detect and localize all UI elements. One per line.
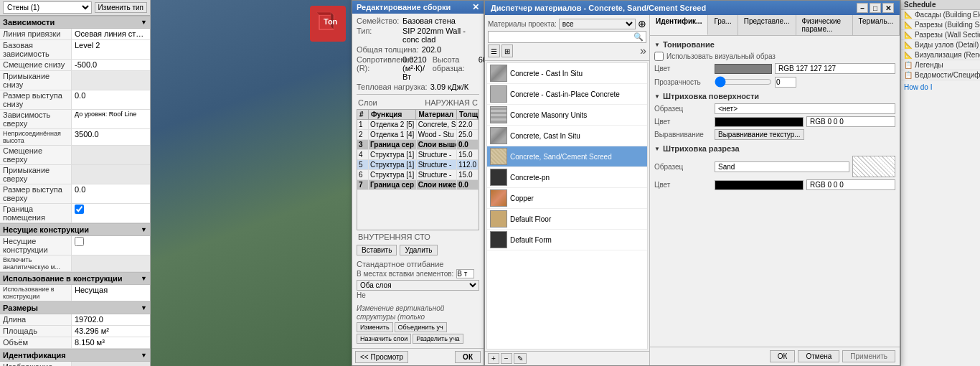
- minimize-button[interactable]: –: [857, 3, 868, 13]
- change-type-button[interactable]: Изменить тип: [95, 2, 147, 13]
- search-input[interactable]: [489, 32, 631, 42]
- expand-icon[interactable]: »: [640, 44, 646, 57]
- maximize-button[interactable]: □: [870, 3, 881, 13]
- prop-row: Площадь43.296 м²: [0, 326, 150, 337]
- structural-checkbox[interactable]: [75, 237, 84, 246]
- mat-item-concrete-pn[interactable]: Concrete-pn: [487, 167, 647, 188]
- edit-assembly-dialog: Редактирование сборки ✕ Семейство: Базов…: [352, 0, 484, 366]
- align-texture-btn[interactable]: Выравнивание текстур...: [715, 129, 804, 140]
- mat-item-sand-cement[interactable]: Concrete, Sand/Cement Screed: [487, 146, 647, 167]
- cut-hatch-section: ▼ Штриховка разреза Образец Sand Цвет RG…: [654, 144, 895, 190]
- merge-button[interactable]: Объединить уч: [395, 322, 447, 332]
- thermal-row: Тепловая нагрузка: 3.09 кДж/К: [357, 83, 479, 91]
- add-material-btn[interactable]: +: [488, 353, 499, 364]
- rs-item-legend[interactable]: 📋 Легенды: [901, 60, 980, 70]
- rename-material-btn[interactable]: ✎: [514, 353, 527, 364]
- mat-cancel-button[interactable]: Отмена: [798, 350, 839, 362]
- viewport-background: [151, 0, 352, 366]
- mat-item-default-floor[interactable]: Default Floor: [487, 209, 647, 230]
- search-box[interactable]: 🔍: [488, 31, 646, 43]
- view-cube[interactable]: Ton: [310, 6, 346, 42]
- mat-thumb: [490, 106, 507, 123]
- toning-section: ▼ Тонирование Использовать визуальный об…: [654, 40, 895, 88]
- ok-button[interactable]: ОК: [455, 351, 481, 363]
- boundary-checkbox[interactable]: [75, 205, 84, 214]
- tab-identity[interactable]: Идентифик...: [650, 15, 708, 35]
- filter-select[interactable]: все: [559, 19, 636, 29]
- material-list: Concrete - Cast In Situ Concrete - Cast-…: [486, 62, 648, 349]
- detail-icon: 📐: [904, 41, 913, 49]
- use-visual-row: Использовать визуальный образ: [654, 52, 895, 61]
- layer-labels: Слои НАРУЖНАЯ С: [357, 98, 479, 108]
- surface-color-swatch[interactable]: [715, 117, 804, 127]
- section-id[interactable]: Идентификация▼: [0, 349, 150, 362]
- preview-button[interactable]: << Просмотр: [355, 351, 408, 363]
- insertion-input[interactable]: [456, 269, 474, 278]
- list-view-btn[interactable]: ☰: [488, 44, 500, 57]
- layer-row-1[interactable]: 1Отделка 2 [5]Concrete, S22.0: [357, 120, 479, 130]
- svg-text:Ton: Ton: [324, 17, 338, 26]
- rs-item-section-building[interactable]: 📐 Разрезы (Building Section): [901, 20, 980, 30]
- mat-item-copper[interactable]: Copper: [487, 188, 647, 209]
- delete-material-btn[interactable]: −: [501, 353, 512, 364]
- material-list-panel: Материалы проекта: все ⊕ 🔍 ☰ ⊞ »: [485, 15, 650, 365]
- layer-row-4[interactable]: 4Структура [1]Structure -15.0: [357, 150, 479, 160]
- 3d-viewport[interactable]: Ton: [151, 0, 352, 366]
- edit-dialog-close[interactable]: ✕: [472, 3, 479, 11]
- tab-appearance[interactable]: Представле...: [738, 15, 796, 35]
- tab-thermal[interactable]: Термаль...: [853, 15, 900, 35]
- mat-ok-button[interactable]: ОК: [770, 350, 796, 362]
- toning-header: ▼ Тонирование: [654, 40, 895, 49]
- prop-row: Размер выступа сверху0.0: [0, 184, 150, 204]
- material-tabs: Идентифик... Гра... Представле... Физиче…: [650, 15, 900, 36]
- close-button[interactable]: ✕: [882, 3, 894, 13]
- layer-row-2[interactable]: 2Отделка 1 [4]Wood - Stu25.0: [357, 130, 479, 140]
- panel-header: Стены (1) Изменить тип: [0, 0, 150, 16]
- rs-item-section-wall[interactable]: 📐 Разрезы (Wall Section): [901, 30, 980, 40]
- prop-row: Размер выступа снизу0.0: [0, 90, 150, 110]
- tab-graphics[interactable]: Гра...: [708, 15, 738, 35]
- filter-icon[interactable]: ⊕: [638, 18, 646, 29]
- layer-row-5[interactable]: 5Структура [1]Structure -112.0: [357, 160, 479, 170]
- insert-button[interactable]: Вставить: [357, 245, 397, 255]
- section-structural[interactable]: Несущие конструкции▼: [0, 223, 150, 236]
- mat-thumb: [490, 169, 507, 186]
- properties-panel: Стены (1) Изменить тип Зависимости▼ Лини…: [0, 0, 151, 366]
- cut-color-swatch[interactable]: [715, 180, 804, 190]
- split-button[interactable]: Разделить уча: [413, 334, 463, 344]
- layer-row-7[interactable]: 7Граница серСлои ниже0.0: [357, 180, 479, 190]
- prop-row: Зависимость сверхуДо уровня: Roof Line: [0, 110, 150, 129]
- rs-item-rendering[interactable]: 📐 Визуализация (Rendering): [901, 50, 980, 60]
- mat-item-concrete-cast[interactable]: Concrete, Cast In Situ: [487, 126, 647, 146]
- section-usage[interactable]: Использование в конструкции▼: [0, 272, 150, 285]
- tab-physical[interactable]: Физические параме...: [796, 15, 853, 35]
- mat-apply-button[interactable]: Применить: [842, 350, 895, 362]
- rs-item-detail[interactable]: 📐 Виды узлов (Detail): [901, 40, 980, 50]
- section-dimensions[interactable]: Размеры▼: [0, 301, 150, 314]
- cut-hatch-preview: [852, 156, 895, 177]
- rs-item-schedule[interactable]: 📋 Ведомости/Спецификации: [901, 70, 980, 80]
- mat-item-masonry[interactable]: Concrete Masonry Units: [487, 105, 647, 126]
- layer-row-6[interactable]: 6Структура [1]Structure -15.0: [357, 170, 479, 180]
- how-do-i-link[interactable]: How do I: [901, 80, 980, 94]
- mat-item-concrete2[interactable]: Concrete - Cast-in-Place Concrete: [487, 84, 647, 105]
- mat-item-concrete1[interactable]: Concrete - Cast In Situ: [487, 63, 647, 84]
- mat-item-default-form[interactable]: Default Form: [487, 230, 647, 250]
- transparency-slider[interactable]: [715, 76, 772, 88]
- assign-layer-button[interactable]: Назначить слои: [357, 334, 411, 344]
- use-visual-checkbox[interactable]: [654, 52, 664, 61]
- layer-row-3[interactable]: 3Граница серСлои выше0.0: [357, 140, 479, 150]
- section-dependencies[interactable]: Зависимости▼: [0, 16, 150, 29]
- modify-button[interactable]: Изменить: [357, 322, 393, 332]
- grid-view-btn[interactable]: ⊞: [501, 44, 513, 57]
- transparency-input[interactable]: [775, 77, 796, 88]
- mat-thumb: [490, 65, 507, 82]
- rs-item-facade[interactable]: 📐 Фасады (Building Elevation): [901, 10, 980, 20]
- toning-color-swatch[interactable]: [715, 64, 772, 74]
- insertion-select[interactable]: Оба слоя: [357, 280, 479, 291]
- surface-color-row: Цвет RGB 0 0 0: [654, 116, 895, 127]
- mat-dialog-title: Диспетчер материалов - Concrete, Sand/Ce…: [491, 4, 706, 12]
- std-offset-section: Стандартное отгибание В местах вставки э…: [357, 258, 479, 301]
- remove-button[interactable]: Удалить: [400, 245, 437, 255]
- element-selector[interactable]: Стены (1): [3, 1, 92, 14]
